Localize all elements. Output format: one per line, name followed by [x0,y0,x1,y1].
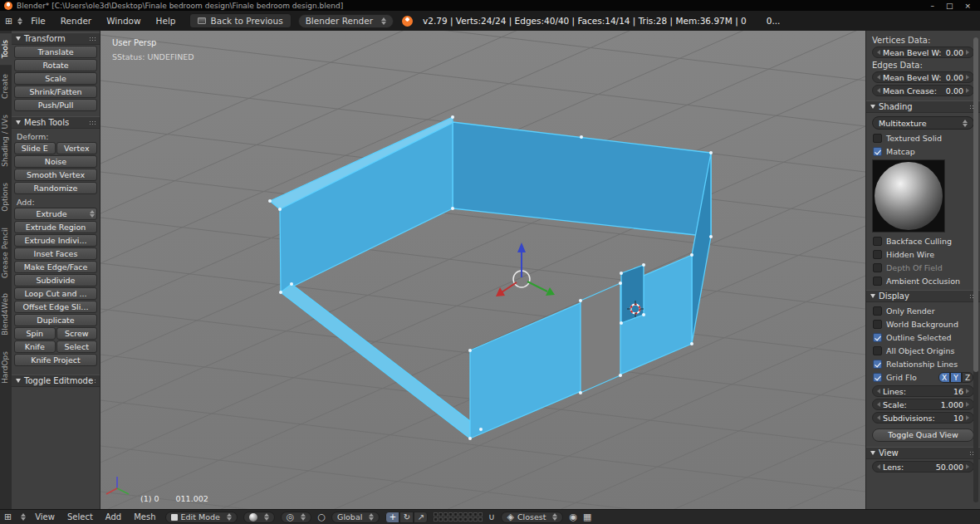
push-pull-button[interactable]: Push/Pull [14,99,97,111]
viewport-shading-dropdown[interactable] [243,512,275,523]
door-panel[interactable] [621,265,644,323]
slide-vertex-button[interactable]: Vertex [56,142,98,154]
orientation-dropdown[interactable]: Global [331,512,380,523]
grid-scale-field[interactable]: Scale: 1.000 [872,399,974,410]
panel-header-display[interactable]: Display [866,290,980,302]
render-animation-icon[interactable]: ▦ [583,512,591,522]
panel-header-toggle-editmode[interactable]: Toggle Editmode [12,375,100,387]
smooth-vertex-button[interactable]: Smooth Vertex [14,169,97,181]
tab-shading-uvs[interactable]: Shading / UVs [0,108,12,174]
knife-project-button[interactable]: Knife Project [14,354,97,366]
checkbox-box[interactable] [873,237,882,246]
viewport-canvas[interactable] [100,31,865,509]
layers-widget[interactable] [434,512,483,522]
grid-lines-field[interactable]: Lines: 16 [872,385,974,397]
checkbox-box[interactable] [873,320,882,329]
checkbox-only-render[interactable]: Only Render [873,306,973,316]
subdivide-button[interactable]: Subdivide [14,274,97,286]
offset-edge-slide-button[interactable]: Offset Edge Sli... [14,301,97,313]
checkbox-ambient-occlusion[interactable]: Ambient Occlusion [873,276,973,286]
snap-element-dropdown[interactable]: ◈ Closest [501,512,563,523]
editor-type-icon[interactable]: ⊞ [5,17,12,26]
knife-button[interactable]: Knife [14,340,56,353]
menu-select[interactable]: Select [64,512,96,522]
tab-hardops[interactable]: HardOps [0,345,12,390]
loop-cut-button[interactable]: Loop Cut and ... [14,287,97,300]
grid-subdivisions-field[interactable]: Subdivisions: 10 [872,412,974,424]
mode-dropdown[interactable]: Edit Mode [165,512,238,523]
checkbox-box[interactable] [873,250,882,259]
slide-edge-button[interactable]: Slide E [14,142,56,154]
checkbox-box[interactable] [873,333,882,342]
randomize-button[interactable]: Randomize [14,182,97,194]
spin-button[interactable]: Spin [14,327,56,340]
editor-type-icon[interactable]: ⊞ [4,512,12,522]
toggle-quad-view-button[interactable]: Toggle Quad View [872,429,974,442]
tab-grease-pencil[interactable]: Grease Pencil [0,221,12,285]
screw-button[interactable]: Screw [56,327,98,340]
properties-scrollbar[interactable] [973,37,978,502]
checkbox-world-background[interactable]: World Background [873,319,973,329]
panel-header-mesh-tools[interactable]: Mesh Tools [12,116,100,129]
translate-button[interactable]: Translate [14,46,97,58]
scale-manipulator-icon[interactable]: ↗ [414,512,428,523]
lens-field[interactable]: Lens: 50.000 [872,461,974,473]
checkbox-matcap[interactable]: Matcap [873,146,973,156]
tab-create[interactable]: Create [0,67,12,105]
viewport-3d[interactable]: User Persp SStatus: UNDEFINED (1) 0 011.… [100,31,865,509]
minimize-button[interactable]: – [930,2,934,10]
extrude-individual-button[interactable]: Extrude Indivi... [14,234,97,247]
panel-header-view[interactable]: View [866,447,980,459]
mean-bevel-weight-field[interactable]: Mean Bevel W: 0.00 [872,47,974,58]
menu-mesh[interactable]: Mesh [130,512,159,522]
menu-window[interactable]: Window [100,13,147,28]
scrollbar-thumb[interactable] [973,37,978,372]
checkbox-relationship-lines[interactable]: Relationship Lines [873,359,973,369]
axis-x-button[interactable]: X [938,372,950,383]
back-to-previous-button[interactable]: Back to Previous [189,13,292,28]
checkbox-box[interactable] [873,277,882,286]
checkbox-box[interactable] [873,134,882,143]
checkbox-box[interactable] [873,147,882,156]
close-button[interactable]: × [964,2,971,10]
mean-crease-field[interactable]: Mean Crease: 0.00 [872,85,974,96]
maximize-button[interactable]: □ [946,2,953,10]
checkbox-grid-floor[interactable]: Grid Flo X Y Z [873,372,973,382]
scale-button[interactable]: Scale [14,72,97,85]
menu-file[interactable]: File [24,13,52,28]
rotate-button[interactable]: Rotate [14,59,97,71]
tab-options[interactable]: Options [0,176,12,218]
inset-faces-button[interactable]: Inset Faces [14,247,97,260]
make-edge-face-button[interactable]: Make Edge/Face [14,261,97,273]
checkbox-textured-solid[interactable]: Textured Solid [873,133,973,143]
menu-help[interactable]: Help [149,13,183,28]
axis-z-button[interactable]: Z [962,372,973,383]
menu-add[interactable]: Add [102,512,125,522]
extrude-region-button[interactable]: Extrude Region [14,221,97,233]
axis-y-button[interactable]: Y [950,372,962,383]
menu-render[interactable]: Render [54,13,98,28]
render-engine-dropdown[interactable]: Blender Render [298,14,394,28]
snap-magnet-icon[interactable]: ∪ [488,512,495,522]
checkbox-all-object-origins[interactable]: All Object Origins [873,345,973,355]
checkbox-box[interactable] [873,373,882,382]
edge-bevel-weight-field[interactable]: Mean Bevel W: 0.00 [872,71,974,83]
checkbox-box[interactable] [873,346,882,355]
panel-header-shading[interactable]: Shading [866,100,980,113]
rotate-manipulator-icon[interactable]: ↻ [399,512,414,523]
checkbox-outline-selected[interactable]: Outline Selected [873,332,973,342]
checkbox-box[interactable] [873,306,882,316]
checkbox-backface-culling[interactable]: Backface Culling [873,236,973,246]
matcap-preview[interactable] [872,159,945,233]
checkbox-hidden-wire[interactable]: Hidden Wire [873,249,973,259]
menu-view[interactable]: View [32,512,58,522]
doorway-opening[interactable] [581,283,620,393]
shrink-fatten-button[interactable]: Shrink/Fatten [14,86,97,98]
extrude-button[interactable]: Extrude [14,208,97,220]
pivot-point-dropdown[interactable]: ◎ [281,512,312,523]
render-opengl-icon[interactable]: ◉ [569,512,577,522]
tab-tools[interactable]: Tools [0,33,12,65]
duplicate-button[interactable]: Duplicate [14,314,97,326]
tab-blend4web[interactable]: Blend4Web [0,286,12,342]
noise-button[interactable]: Noise [14,155,97,168]
